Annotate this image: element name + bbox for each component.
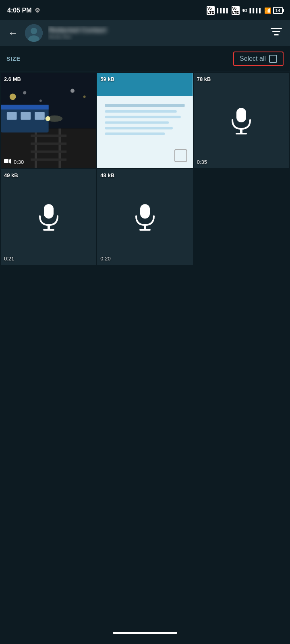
video-camera-icon xyxy=(4,159,11,165)
avatar xyxy=(25,24,43,42)
svg-rect-46 xyxy=(139,229,151,231)
svg-rect-40 xyxy=(236,133,247,134)
app-bar: ← Redacted Contact Media files xyxy=(0,20,290,46)
select-all-checkbox[interactable] xyxy=(269,55,277,63)
media-item-audio-3[interactable]: 48 kB 0:20 xyxy=(97,169,193,264)
svg-rect-36 xyxy=(105,132,165,135)
svg-rect-44 xyxy=(140,204,150,219)
svg-rect-27 xyxy=(4,159,8,163)
volte-badge-2: VoLTE xyxy=(232,6,240,15)
svg-rect-5 xyxy=(274,34,279,35)
nav-bar xyxy=(0,624,290,644)
svg-rect-41 xyxy=(44,204,54,219)
svg-point-11 xyxy=(70,89,75,93)
status-time: 4:05 PM xyxy=(7,7,31,14)
svg-rect-45 xyxy=(144,225,146,229)
file-size-4: 49 kB xyxy=(4,172,18,178)
media-item-video[interactable]: 2.6 MB 0:30 xyxy=(1,73,96,168)
svg-marker-28 xyxy=(9,159,11,164)
nav-pill xyxy=(113,632,177,634)
svg-rect-32 xyxy=(105,110,177,113)
status-right: VoLTE ▌▌▌▌ VoLTE 4G ▌▌▌▌ 📶 14 xyxy=(207,6,283,15)
media-item-audio-1[interactable]: 78 kB 0:35 xyxy=(194,73,289,168)
battery-icon: 14 xyxy=(273,7,283,14)
svg-rect-35 xyxy=(105,127,173,129)
size-label: SIZE xyxy=(6,56,21,62)
svg-point-1 xyxy=(31,28,37,34)
svg-rect-43 xyxy=(43,229,54,231)
contact-info: Redacted Contact Media files xyxy=(48,26,263,40)
select-all-button[interactable]: Select all xyxy=(233,52,284,66)
media-grid: 2.6 MB 0:30 xyxy=(0,72,290,266)
file-size-2: 59 kB xyxy=(100,76,114,82)
network-type: 4G xyxy=(242,8,248,13)
svg-point-26 xyxy=(47,116,63,122)
duration-4: 0:21 xyxy=(4,256,14,262)
svg-rect-31 xyxy=(105,104,185,107)
signal-icon-1: ▌▌▌▌ xyxy=(217,8,229,13)
filter-button[interactable] xyxy=(269,26,284,40)
file-size-5: 48 kB xyxy=(100,172,114,178)
mic-icon-2 xyxy=(35,201,63,233)
contact-sub: Media files xyxy=(48,34,263,40)
svg-rect-21 xyxy=(1,105,49,109)
svg-rect-39 xyxy=(240,129,242,133)
doc-thumbnail xyxy=(97,73,193,168)
svg-point-12 xyxy=(83,95,86,98)
svg-point-9 xyxy=(23,91,26,94)
svg-rect-23 xyxy=(21,112,31,120)
svg-rect-17 xyxy=(31,142,66,145)
svg-rect-18 xyxy=(31,151,66,153)
status-left: 4:05 PM ⚙ xyxy=(7,7,40,14)
duration-5: 0:20 xyxy=(100,256,110,262)
file-size-1: 2.6 MB xyxy=(4,76,21,82)
mic-icon-3 xyxy=(131,201,159,233)
svg-rect-16 xyxy=(31,134,66,137)
file-size-3: 78 kB xyxy=(197,76,211,82)
svg-rect-33 xyxy=(105,116,181,118)
svg-point-10 xyxy=(39,99,42,102)
svg-rect-34 xyxy=(105,122,169,124)
svg-rect-38 xyxy=(236,108,246,122)
gear-icon: ⚙ xyxy=(35,7,40,14)
svg-rect-24 xyxy=(35,112,45,120)
wifi-icon: 📶 xyxy=(264,7,271,14)
select-all-text: Select all xyxy=(240,55,266,62)
duration-3: 0:35 xyxy=(197,159,207,165)
back-button[interactable]: ← xyxy=(6,26,19,40)
contact-name: Redacted Contact xyxy=(48,26,263,34)
empty-area xyxy=(0,266,290,588)
media-item-audio-2[interactable]: 49 kB 0:21 xyxy=(1,169,96,264)
svg-rect-3 xyxy=(271,28,282,29)
status-bar: 4:05 PM ⚙ VoLTE ▌▌▌▌ VoLTE 4G ▌▌▌▌ 📶 14 xyxy=(0,0,290,20)
svg-rect-19 xyxy=(31,159,66,161)
svg-rect-4 xyxy=(272,31,280,32)
volte-badge-1: VoLTE xyxy=(207,6,215,15)
sort-bar: SIZE Select all xyxy=(0,46,290,72)
media-item-document[interactable]: 59 kB xyxy=(97,73,193,168)
duration-1: 0:30 xyxy=(14,159,24,165)
svg-rect-22 xyxy=(7,112,17,120)
svg-point-8 xyxy=(10,93,16,100)
mic-icon-1 xyxy=(227,105,255,137)
signal-icon-2: ▌▌▌▌ xyxy=(250,8,262,13)
svg-rect-42 xyxy=(48,225,50,229)
